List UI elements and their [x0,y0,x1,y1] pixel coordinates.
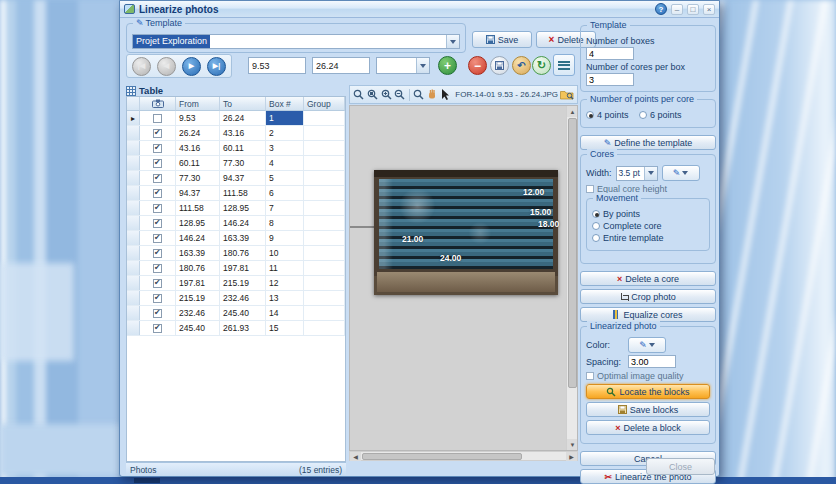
radio-4-points[interactable]: 4 points [586,110,629,120]
equalize-cores-button[interactable]: Equalize cores [580,307,716,322]
row-selector[interactable]: ▸ [127,111,140,125]
row-photo-cell[interactable] [140,171,176,185]
row-group[interactable] [304,201,345,215]
row-from[interactable]: 197.81 [176,276,220,290]
header-photo[interactable] [140,97,176,111]
refresh-button[interactable]: ↻ [532,56,551,75]
width-combo[interactable]: 3.5 pt [616,166,658,181]
next-record-button[interactable]: ▶ [182,57,201,76]
table-row[interactable]: 94.37 111.58 6 [127,186,345,201]
row-photo-cell[interactable] [140,216,176,230]
radio-6-points[interactable]: 6 points [639,110,682,120]
row-group[interactable] [304,156,345,170]
close-button[interactable]: Close [646,458,715,475]
row-box[interactable]: 11 [266,261,304,275]
row-group[interactable] [304,261,345,275]
cores-per-box-input[interactable] [586,73,634,86]
open-photo-button[interactable] [560,87,574,102]
zoom-fit-button[interactable] [353,87,365,102]
table-row[interactable]: 60.11 77.30 4 [127,156,345,171]
row-from[interactable]: 26.24 [176,126,220,140]
row-selector[interactable] [127,216,140,230]
row-selector[interactable] [127,306,140,320]
row-box[interactable]: 6 [266,186,304,200]
row-from[interactable]: 9.53 [176,111,220,125]
row-from[interactable]: 60.11 [176,156,220,170]
row-selector[interactable] [127,186,140,200]
table-row[interactable]: 146.24 163.39 9 [127,231,345,246]
row-to[interactable]: 26.24 [220,111,266,125]
row-to[interactable]: 94.37 [220,171,266,185]
row-to[interactable]: 111.58 [220,186,266,200]
row-selector[interactable] [127,126,140,140]
row-box[interactable]: 3 [266,141,304,155]
row-to[interactable]: 60.11 [220,141,266,155]
undo-button[interactable]: ↶ [512,56,531,75]
previous-record-button[interactable]: ◀ [157,57,176,76]
row-box[interactable]: 13 [266,291,304,305]
table-row[interactable]: 180.76 197.81 11 [127,261,345,276]
photo-view[interactable]: 12.00 15.00 18.00 21.00 24.00 ▲ ▼ [349,105,578,451]
core-color-button[interactable]: ✎ [662,165,700,181]
row-box[interactable]: 5 [266,171,304,185]
row-box[interactable]: 10 [266,246,304,260]
row-group[interactable] [304,186,345,200]
row-selector[interactable] [127,171,140,185]
table-row[interactable]: 77.30 94.37 5 [127,171,345,186]
save-blocks-button[interactable]: Save blocks [586,402,710,417]
chevron-down-icon[interactable] [416,58,429,73]
row-group[interactable] [304,171,345,185]
row-from[interactable]: 77.30 [176,171,220,185]
maximize-button[interactable]: □ [687,4,699,15]
table-row[interactable]: ▸ 9.53 26.24 1 [127,111,345,126]
row-group[interactable] [304,126,345,140]
optimal-quality-checkbox[interactable]: Optimal image quality [586,371,710,381]
core-box-photo[interactable]: 12.00 15.00 18.00 21.00 24.00 [374,170,558,295]
row-checkbox[interactable] [153,249,162,258]
locate-blocks-button[interactable]: Locate the blocks [586,384,710,399]
row-to[interactable]: 180.76 [220,246,266,260]
row-checkbox[interactable] [153,309,162,318]
row-selector[interactable] [127,291,140,305]
row-to[interactable]: 261.93 [220,321,266,335]
horizontal-scrollbar[interactable]: ◀ ▶ [349,451,578,461]
vscroll-thumb[interactable] [568,118,577,388]
radio-entire-template[interactable]: Entire template [592,233,704,243]
row-to[interactable]: 197.81 [220,261,266,275]
row-from[interactable]: 232.46 [176,306,220,320]
number-of-boxes-input[interactable] [586,47,634,60]
row-group[interactable] [304,141,345,155]
row-checkbox[interactable] [153,174,162,183]
row-checkbox[interactable] [153,234,162,243]
menu-button[interactable] [553,54,575,76]
table-row[interactable]: 128.95 146.24 8 [127,216,345,231]
scroll-down-icon[interactable]: ▼ [567,439,578,450]
row-to[interactable]: 245.40 [220,306,266,320]
row-photo-cell[interactable] [140,246,176,260]
row-group[interactable] [304,246,345,260]
row-photo-cell[interactable] [140,231,176,245]
row-box[interactable]: 7 [266,201,304,215]
delete-core-button[interactable]: ×Delete a core [580,271,716,286]
row-to[interactable]: 128.95 [220,201,266,215]
row-box[interactable]: 15 [266,321,304,335]
table-row[interactable]: 232.46 245.40 14 [127,306,345,321]
zoom-region-button[interactable] [367,87,379,102]
row-from[interactable]: 245.40 [176,321,220,335]
table-row[interactable]: 111.58 128.95 7 [127,201,345,216]
row-to[interactable]: 163.39 [220,231,266,245]
define-template-button[interactable]: ✎ Define the template [580,135,716,150]
row-selector[interactable] [127,246,140,260]
core-marker-line[interactable] [350,226,374,228]
row-checkbox[interactable] [153,264,162,273]
row-checkbox[interactable] [153,279,162,288]
row-photo-cell[interactable] [140,306,176,320]
row-photo-cell[interactable] [140,186,176,200]
close-window-button[interactable]: × [703,4,715,15]
row-box[interactable]: 12 [266,276,304,290]
row-checkbox[interactable] [153,324,162,333]
row-checkbox[interactable] [153,129,162,138]
radio-complete-core[interactable]: Complete core [592,221,704,231]
row-from[interactable]: 146.24 [176,231,220,245]
row-group[interactable] [304,231,345,245]
